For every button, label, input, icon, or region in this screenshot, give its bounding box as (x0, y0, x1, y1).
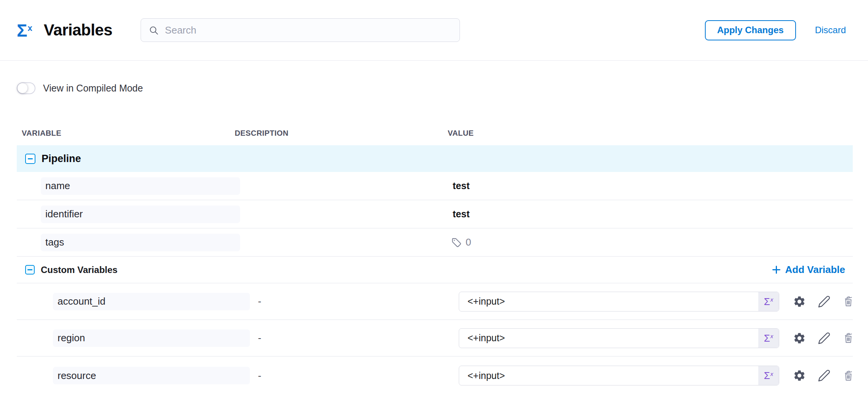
tag-icon (451, 237, 462, 248)
add-variable-button[interactable]: Add Variable (771, 264, 846, 276)
variables-panel: Σx Variables Apply Changes Discard View … (0, 0, 868, 395)
row-region: region - <+input> Σx (17, 320, 853, 356)
column-header-value: VALUE (448, 129, 853, 138)
variable-name-field[interactable]: name (41, 177, 240, 195)
variable-name-field[interactable]: tags (41, 234, 240, 251)
description-text: - (235, 332, 261, 344)
variable-name-text: region (58, 332, 85, 344)
edit-pencil-icon[interactable] (818, 295, 831, 308)
page-title: Variables (44, 21, 112, 39)
apply-changes-button[interactable]: Apply Changes (705, 20, 796, 40)
variable-name-field[interactable]: resource (53, 367, 250, 384)
tags-count: 0 (466, 236, 471, 248)
delete-trash-icon[interactable] (842, 332, 854, 344)
sigma-variables-icon: Σx (17, 22, 32, 39)
section-custom-variables-label: Custom Variables (41, 265, 117, 275)
expression-type-badge[interactable]: Σx (758, 329, 779, 348)
delete-trash-icon[interactable] (842, 295, 854, 307)
variable-name-text: identifier (45, 208, 83, 220)
variable-name-text: account_id (58, 295, 106, 307)
value-text: test (448, 180, 469, 191)
row-tags: tags 0 (17, 228, 853, 257)
collapse-minus-icon[interactable] (25, 265, 35, 275)
section-custom-variables: Custom Variables Add Variable (17, 257, 853, 283)
discard-button[interactable]: Discard (815, 25, 846, 35)
description-text: - (235, 370, 261, 381)
settings-gear-icon[interactable] (793, 332, 806, 345)
value-input[interactable]: <+input> Σx (459, 292, 779, 312)
row-identifier: identifier test (17, 200, 853, 228)
settings-gear-icon[interactable] (793, 369, 806, 382)
description-text: - (235, 295, 261, 307)
compiled-mode-toggle[interactable] (17, 82, 35, 94)
search-icon (149, 25, 159, 35)
table-header-row: VARIABLE DESCRIPTION VALUE (17, 125, 853, 141)
section-pipeline-label: Pipeline (42, 153, 81, 165)
value-input[interactable]: <+input> Σx (459, 328, 779, 348)
expression-type-badge[interactable]: Σx (758, 292, 779, 311)
value-input-text: <+input> (459, 296, 758, 307)
edit-pencil-icon[interactable] (818, 369, 831, 382)
search-box[interactable] (141, 18, 460, 42)
value-text: test (448, 209, 469, 219)
sigma-glyph: Σ (17, 22, 27, 39)
row-name: name test (17, 172, 853, 200)
variable-name-text: name (45, 180, 70, 192)
section-pipeline: Pipeline (17, 145, 853, 172)
row-resource: resource - <+input> Σx (17, 356, 853, 395)
search-input[interactable] (165, 24, 452, 36)
sigma-sup-glyph: x (28, 24, 32, 32)
panel-header: Σx Variables Apply Changes Discard (0, 0, 868, 61)
column-header-variable: VARIABLE (17, 129, 235, 138)
column-header-description: DESCRIPTION (235, 129, 448, 138)
toggle-knob (18, 83, 27, 93)
value-input[interactable]: <+input> Σx (459, 366, 779, 385)
edit-pencil-icon[interactable] (818, 332, 831, 345)
delete-trash-icon[interactable] (842, 370, 854, 382)
variable-name-field[interactable]: identifier (41, 206, 240, 223)
variables-content: View in Compiled Mode VARIABLE DESCRIPTI… (0, 82, 868, 395)
compiled-mode-row: View in Compiled Mode (17, 82, 853, 94)
value-input-text: <+input> (459, 332, 758, 344)
plus-icon (771, 265, 782, 275)
expression-type-badge[interactable]: Σx (758, 366, 779, 385)
variable-name-field[interactable]: account_id (53, 293, 250, 310)
row-account-id: account_id - <+input> Σx (17, 283, 853, 320)
settings-gear-icon[interactable] (793, 295, 806, 308)
compiled-mode-label: View in Compiled Mode (43, 83, 143, 94)
value-input-text: <+input> (459, 370, 758, 381)
collapse-minus-icon[interactable] (25, 154, 35, 164)
variable-name-text: tags (45, 236, 64, 248)
add-variable-label: Add Variable (785, 264, 846, 276)
variable-name-field[interactable]: region (53, 329, 250, 347)
variable-name-text: resource (58, 370, 96, 382)
